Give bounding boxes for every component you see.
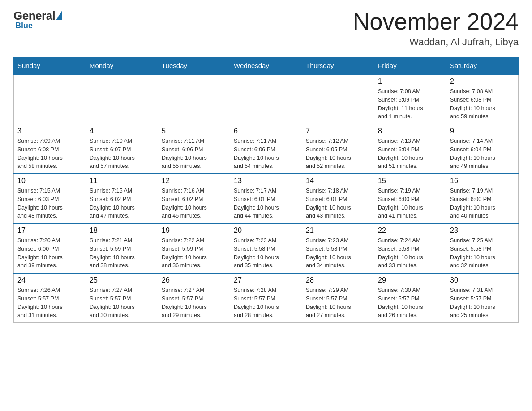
day-number: 4 bbox=[90, 127, 154, 135]
day-info: Sunrise: 7:09 AM Sunset: 6:08 PM Dayligh… bbox=[17, 137, 82, 171]
day-info: Sunrise: 7:22 AM Sunset: 5:59 PM Dayligh… bbox=[162, 236, 226, 270]
day-number: 1 bbox=[378, 77, 442, 86]
day-number: 14 bbox=[306, 177, 370, 185]
calendar-day-cell: 20Sunrise: 7:23 AM Sunset: 5:58 PM Dayli… bbox=[230, 223, 302, 273]
day-info: Sunrise: 7:26 AM Sunset: 5:57 PM Dayligh… bbox=[17, 286, 82, 320]
day-number: 5 bbox=[162, 127, 226, 135]
calendar-day-cell: 29Sunrise: 7:30 AM Sunset: 5:57 PM Dayli… bbox=[374, 273, 446, 323]
calendar-day-cell: 22Sunrise: 7:24 AM Sunset: 5:58 PM Dayli… bbox=[374, 223, 446, 273]
location-subtitle: Waddan, Al Jufrah, Libya bbox=[353, 36, 519, 48]
day-number: 11 bbox=[90, 177, 154, 185]
day-number: 23 bbox=[450, 227, 515, 235]
logo-triangle-icon bbox=[56, 10, 62, 20]
calendar-day-cell: 18Sunrise: 7:21 AM Sunset: 5:59 PM Dayli… bbox=[86, 223, 158, 273]
day-info: Sunrise: 7:15 AM Sunset: 6:02 PM Dayligh… bbox=[90, 187, 154, 220]
day-info: Sunrise: 7:10 AM Sunset: 6:07 PM Dayligh… bbox=[90, 137, 154, 171]
calendar-day-cell: 15Sunrise: 7:19 AM Sunset: 6:00 PM Dayli… bbox=[374, 174, 446, 223]
day-number: 20 bbox=[234, 227, 298, 235]
calendar-day-cell: 12Sunrise: 7:16 AM Sunset: 6:02 PM Dayli… bbox=[158, 174, 230, 223]
day-info: Sunrise: 7:13 AM Sunset: 6:04 PM Dayligh… bbox=[378, 137, 442, 171]
day-number: 28 bbox=[306, 276, 370, 284]
calendar-day-header: Wednesday bbox=[230, 57, 302, 75]
calendar-day-cell: 7Sunrise: 7:12 AM Sunset: 6:05 PM Daylig… bbox=[302, 124, 374, 174]
page-header: General Blue November 2024 Waddan, Al Ju… bbox=[13, 9, 519, 48]
calendar-day-header: Sunday bbox=[14, 57, 86, 75]
logo: General Blue bbox=[13, 9, 62, 30]
calendar-header-row: SundayMondayTuesdayWednesdayThursdayFrid… bbox=[14, 57, 519, 75]
day-number: 9 bbox=[450, 127, 515, 135]
day-info: Sunrise: 7:31 AM Sunset: 5:57 PM Dayligh… bbox=[450, 286, 515, 320]
calendar-day-cell: 2Sunrise: 7:08 AM Sunset: 6:08 PM Daylig… bbox=[446, 74, 519, 124]
day-number: 26 bbox=[162, 276, 226, 284]
day-number: 3 bbox=[17, 127, 82, 135]
calendar-week-row: 17Sunrise: 7:20 AM Sunset: 6:00 PM Dayli… bbox=[14, 223, 519, 273]
calendar-day-cell: 19Sunrise: 7:22 AM Sunset: 5:59 PM Dayli… bbox=[158, 223, 230, 273]
day-info: Sunrise: 7:24 AM Sunset: 5:58 PM Dayligh… bbox=[378, 236, 442, 270]
title-block: November 2024 Waddan, Al Jufrah, Libya bbox=[353, 9, 519, 48]
calendar-day-cell bbox=[302, 74, 374, 124]
calendar-day-header: Saturday bbox=[446, 57, 519, 75]
day-info: Sunrise: 7:23 AM Sunset: 5:58 PM Dayligh… bbox=[306, 236, 370, 270]
calendar-week-row: 3Sunrise: 7:09 AM Sunset: 6:08 PM Daylig… bbox=[14, 124, 519, 174]
day-number: 16 bbox=[450, 177, 515, 185]
calendar-day-cell bbox=[158, 74, 230, 124]
calendar-week-row: 24Sunrise: 7:26 AM Sunset: 5:57 PM Dayli… bbox=[14, 273, 519, 323]
calendar-day-cell: 4Sunrise: 7:10 AM Sunset: 6:07 PM Daylig… bbox=[86, 124, 158, 174]
day-info: Sunrise: 7:11 AM Sunset: 6:06 PM Dayligh… bbox=[234, 137, 298, 171]
calendar-day-cell: 17Sunrise: 7:20 AM Sunset: 6:00 PM Dayli… bbox=[14, 223, 86, 273]
calendar-day-cell: 16Sunrise: 7:19 AM Sunset: 6:00 PM Dayli… bbox=[446, 174, 519, 223]
day-info: Sunrise: 7:19 AM Sunset: 6:00 PM Dayligh… bbox=[450, 187, 515, 220]
day-number: 6 bbox=[234, 127, 298, 135]
day-info: Sunrise: 7:21 AM Sunset: 5:59 PM Dayligh… bbox=[90, 236, 154, 270]
day-info: Sunrise: 7:17 AM Sunset: 6:01 PM Dayligh… bbox=[234, 187, 298, 220]
calendar-day-cell: 11Sunrise: 7:15 AM Sunset: 6:02 PM Dayli… bbox=[86, 174, 158, 223]
day-info: Sunrise: 7:14 AM Sunset: 6:04 PM Dayligh… bbox=[450, 137, 515, 171]
day-number: 15 bbox=[378, 177, 442, 185]
day-info: Sunrise: 7:30 AM Sunset: 5:57 PM Dayligh… bbox=[378, 286, 442, 320]
day-number: 12 bbox=[162, 177, 226, 185]
day-number: 29 bbox=[378, 276, 442, 284]
calendar-day-cell: 14Sunrise: 7:18 AM Sunset: 6:01 PM Dayli… bbox=[302, 174, 374, 223]
day-number: 2 bbox=[450, 77, 515, 86]
day-info: Sunrise: 7:08 AM Sunset: 6:09 PM Dayligh… bbox=[378, 87, 442, 121]
day-number: 21 bbox=[306, 227, 370, 235]
calendar-table: SundayMondayTuesdayWednesdayThursdayFrid… bbox=[13, 57, 519, 323]
calendar-day-header: Tuesday bbox=[158, 57, 230, 75]
day-info: Sunrise: 7:29 AM Sunset: 5:57 PM Dayligh… bbox=[306, 286, 370, 320]
calendar-day-header: Thursday bbox=[302, 57, 374, 75]
calendar-day-cell: 9Sunrise: 7:14 AM Sunset: 6:04 PM Daylig… bbox=[446, 124, 519, 174]
calendar-week-row: 10Sunrise: 7:15 AM Sunset: 6:03 PM Dayli… bbox=[14, 174, 519, 223]
calendar-day-cell bbox=[86, 74, 158, 124]
calendar-day-cell: 21Sunrise: 7:23 AM Sunset: 5:58 PM Dayli… bbox=[302, 223, 374, 273]
calendar-day-header: Monday bbox=[86, 57, 158, 75]
day-info: Sunrise: 7:11 AM Sunset: 6:06 PM Dayligh… bbox=[162, 137, 226, 171]
day-number: 24 bbox=[17, 276, 82, 284]
day-info: Sunrise: 7:08 AM Sunset: 6:08 PM Dayligh… bbox=[450, 87, 515, 121]
day-info: Sunrise: 7:25 AM Sunset: 5:58 PM Dayligh… bbox=[450, 236, 515, 270]
day-info: Sunrise: 7:28 AM Sunset: 5:57 PM Dayligh… bbox=[234, 286, 298, 320]
day-number: 19 bbox=[162, 227, 226, 235]
day-number: 7 bbox=[306, 127, 370, 135]
day-info: Sunrise: 7:15 AM Sunset: 6:03 PM Dayligh… bbox=[17, 187, 82, 220]
calendar-day-cell: 3Sunrise: 7:09 AM Sunset: 6:08 PM Daylig… bbox=[14, 124, 86, 174]
calendar-day-cell: 8Sunrise: 7:13 AM Sunset: 6:04 PM Daylig… bbox=[374, 124, 446, 174]
day-info: Sunrise: 7:27 AM Sunset: 5:57 PM Dayligh… bbox=[162, 286, 226, 320]
day-number: 10 bbox=[17, 177, 82, 185]
calendar-day-cell: 26Sunrise: 7:27 AM Sunset: 5:57 PM Dayli… bbox=[158, 273, 230, 323]
calendar-day-cell: 6Sunrise: 7:11 AM Sunset: 6:06 PM Daylig… bbox=[230, 124, 302, 174]
calendar-day-cell: 10Sunrise: 7:15 AM Sunset: 6:03 PM Dayli… bbox=[14, 174, 86, 223]
day-number: 17 bbox=[17, 227, 82, 235]
day-info: Sunrise: 7:23 AM Sunset: 5:58 PM Dayligh… bbox=[234, 236, 298, 270]
day-info: Sunrise: 7:27 AM Sunset: 5:57 PM Dayligh… bbox=[90, 286, 154, 320]
day-info: Sunrise: 7:18 AM Sunset: 6:01 PM Dayligh… bbox=[306, 187, 370, 220]
calendar-day-cell bbox=[14, 74, 86, 124]
day-number: 27 bbox=[234, 276, 298, 284]
calendar-week-row: 1Sunrise: 7:08 AM Sunset: 6:09 PM Daylig… bbox=[14, 74, 519, 124]
calendar-day-cell: 1Sunrise: 7:08 AM Sunset: 6:09 PM Daylig… bbox=[374, 74, 446, 124]
day-info: Sunrise: 7:20 AM Sunset: 6:00 PM Dayligh… bbox=[17, 236, 82, 270]
day-number: 13 bbox=[234, 177, 298, 185]
logo-blue-text: Blue bbox=[15, 21, 33, 30]
calendar-day-cell: 13Sunrise: 7:17 AM Sunset: 6:01 PM Dayli… bbox=[230, 174, 302, 223]
day-info: Sunrise: 7:16 AM Sunset: 6:02 PM Dayligh… bbox=[162, 187, 226, 220]
calendar-day-cell: 27Sunrise: 7:28 AM Sunset: 5:57 PM Dayli… bbox=[230, 273, 302, 323]
